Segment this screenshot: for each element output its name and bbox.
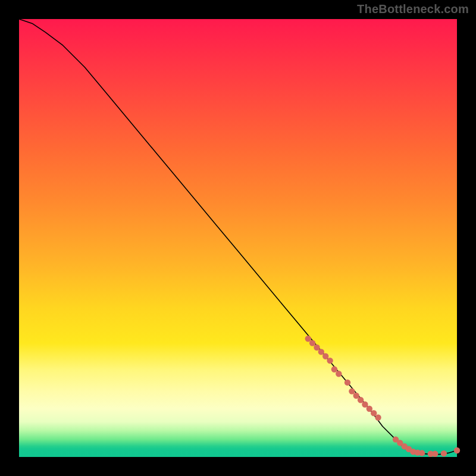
marker-dot: [419, 450, 425, 456]
watermark-text: TheBottleneck.com: [357, 2, 469, 16]
marker-dot: [432, 451, 438, 457]
plot-area: [19, 19, 457, 457]
marker-dot: [327, 358, 333, 364]
marker-dot: [358, 397, 364, 403]
highlight-markers: [305, 336, 461, 457]
marker-dot: [309, 340, 315, 346]
marker-dot: [367, 406, 372, 412]
marker-dot: [349, 388, 355, 394]
marker-dot: [375, 415, 381, 421]
chart-svg: [19, 19, 457, 457]
marker-dot: [371, 410, 377, 416]
marker-dot: [353, 393, 359, 399]
marker-dot: [322, 353, 328, 359]
marker-dot: [454, 447, 460, 453]
marker-dot: [362, 402, 368, 408]
marker-dot: [331, 367, 337, 372]
chart-frame: TheBottleneck.com: [0, 0, 476, 476]
marker-dot: [441, 450, 447, 456]
bottleneck-curve: [19, 19, 457, 455]
marker-dot: [336, 371, 342, 377]
marker-dot: [318, 349, 324, 355]
marker-dot: [345, 380, 350, 386]
marker-dot: [314, 345, 320, 350]
